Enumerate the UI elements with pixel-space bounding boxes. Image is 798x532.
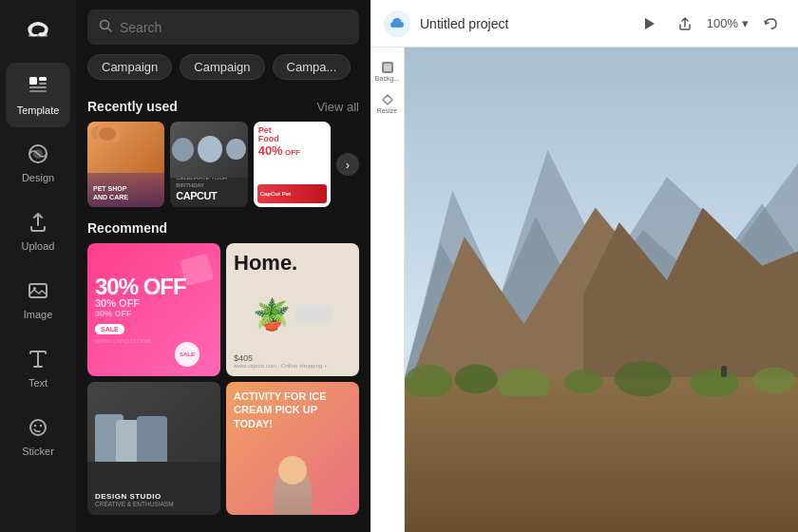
sidebar-item-text[interactable]: Text — [6, 336, 70, 401]
template-panel: Campaign Campaign Campa... Recently used… — [76, 0, 370, 532]
svg-rect-1 — [28, 34, 48, 37]
undo-button[interactable] — [756, 10, 785, 38]
svg-marker-18 — [645, 18, 655, 29]
chip-campaign-2[interactable]: Campaign — [180, 54, 264, 80]
resize-label: Resize — [377, 107, 397, 114]
svg-point-14 — [34, 425, 36, 427]
svg-point-25 — [405, 365, 452, 397]
chip-campaign-1[interactable]: Campaign — [87, 54, 172, 80]
rec-card-studio[interactable]: DESIGN STUDIO CREATIVE & ENTHUSIASM — [87, 382, 220, 515]
play-button[interactable] — [635, 10, 663, 38]
recommend-header: Recommend — [87, 220, 359, 236]
svg-line-17 — [108, 28, 112, 32]
sidebar-item-label-upload: Upload — [22, 240, 55, 252]
sidebar-item-label-sticker: Sticker — [22, 446, 54, 457]
svg-rect-6 — [29, 90, 47, 92]
sidebar-item-label-image: Image — [24, 309, 53, 320]
svg-point-26 — [455, 365, 498, 394]
zoom-arrow-icon: ▾ — [742, 16, 749, 30]
svg-point-27 — [498, 368, 550, 397]
background-label: Backg... — [375, 75, 399, 82]
icon-strip: Backg... Resize — [370, 48, 405, 532]
svg-point-29 — [615, 361, 672, 396]
sidebar-item-template[interactable]: Template — [6, 63, 70, 127]
svg-rect-2 — [29, 77, 37, 85]
template-thumb-petshop[interactable]: PET SHOPAND CARE 25% — [87, 122, 164, 207]
recently-used-grid: PET SHOPAND CARE 25% CELEBRATE YOUR BIRT… — [87, 122, 359, 207]
template-thumb-petfood[interactable]: PetFood 40% OFF CapCut Pet — [254, 122, 331, 207]
panel-content: Recently used View all PET SHOPAND CARE … — [76, 89, 370, 532]
filter-chips: Campaign Campaign Campa... — [76, 54, 370, 89]
svg-rect-20 — [384, 64, 391, 71]
recently-used-title: Recently used — [87, 99, 178, 114]
share-button[interactable] — [671, 10, 699, 38]
template-thumb-capcut[interactable]: CELEBRATE YOUR BIRTHDAY CAPCUT — [170, 122, 247, 207]
rec-card-icecream[interactable]: ACTIVITY FOR ICE CREAM PICK UP TODAY! — [226, 382, 359, 515]
svg-rect-4 — [39, 83, 47, 85]
recently-used-header: Recently used View all — [87, 99, 359, 114]
svg-point-30 — [691, 369, 738, 396]
svg-point-31 — [752, 368, 795, 394]
search-icon — [99, 19, 112, 35]
project-title: Untitled project — [420, 16, 625, 31]
sticker-icon — [28, 417, 48, 442]
app-logo[interactable] — [17, 10, 59, 51]
sidebar: Template Design Upload — [0, 0, 76, 532]
svg-rect-5 — [29, 86, 47, 88]
sidebar-item-label-text: Text — [28, 377, 48, 389]
sidebar-item-upload[interactable]: Upload — [6, 200, 70, 264]
svg-point-13 — [30, 420, 46, 435]
recommend-title: Recommend — [87, 220, 167, 236]
zoom-control[interactable]: 100% ▾ — [707, 16, 749, 30]
view-all-button[interactable]: View all — [316, 100, 359, 114]
project-cloud-icon — [384, 10, 410, 37]
image-icon — [28, 280, 48, 305]
canvas-image — [405, 48, 798, 532]
upload-icon — [28, 212, 48, 237]
svg-point-28 — [564, 370, 602, 393]
topbar-actions: 100% ▾ — [635, 10, 785, 38]
sidebar-item-label-design: Design — [22, 172, 54, 183]
svg-point-15 — [40, 425, 42, 427]
sidebar-item-sticker[interactable]: Sticker — [6, 405, 70, 469]
svg-rect-9 — [29, 284, 47, 297]
chip-campaign-3[interactable]: Campa... — [273, 54, 352, 80]
canvas-container: Backg... Resize — [370, 48, 798, 532]
template-icon — [27, 74, 49, 101]
svg-rect-3 — [39, 77, 47, 81]
rec-card-home[interactable]: Home. 🪴 $405 www.capcut.com · Online sho… — [226, 243, 359, 376]
canvas-surface[interactable] — [405, 48, 798, 532]
search-bar[interactable] — [87, 10, 359, 45]
zoom-value: 100% — [707, 16, 738, 30]
resize-button[interactable]: Resize — [372, 87, 403, 118]
recently-used-next[interactable]: › — [336, 153, 359, 176]
sidebar-item-design[interactable]: Design — [6, 131, 70, 196]
rec-card-sale[interactable]: 30% OFF 30% OFF 30% OFF SALE WWW.CAPCUT.… — [87, 243, 220, 376]
sidebar-item-label-template: Template — [17, 104, 60, 116]
canvas-topbar: Untitled project 100% ▾ — [370, 0, 798, 48]
background-button[interactable]: Backg... — [372, 55, 403, 86]
search-input[interactable] — [120, 20, 348, 35]
text-icon — [28, 349, 48, 373]
sidebar-item-image[interactable]: Image — [6, 268, 70, 332]
recommend-grid: 30% OFF 30% OFF 30% OFF SALE WWW.CAPCUT.… — [87, 243, 359, 515]
svg-rect-0 — [21, 13, 55, 48]
design-icon — [28, 143, 48, 168]
